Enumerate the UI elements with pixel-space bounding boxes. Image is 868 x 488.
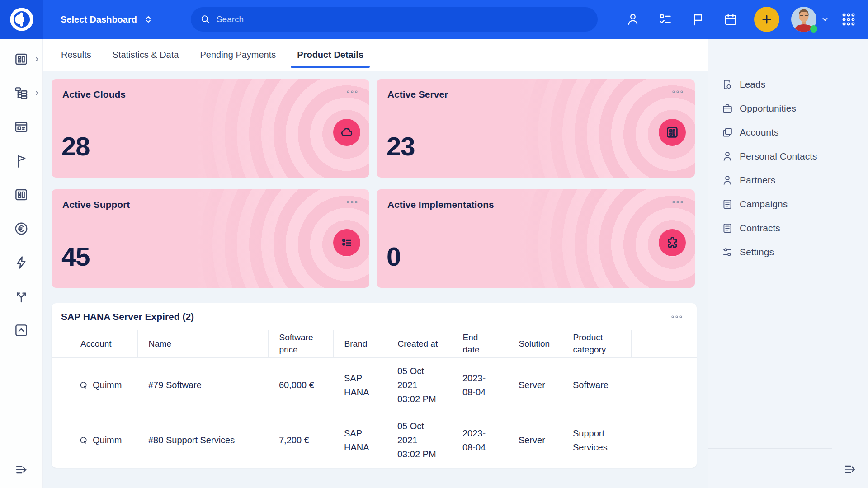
sidebar-item-accounts[interactable]: Accounts: [708, 120, 868, 144]
search-icon: [200, 14, 211, 25]
sidebar-item-archive[interactable]: [14, 323, 29, 338]
browser-icon: [14, 119, 29, 135]
panel-menu-icon[interactable]: [670, 315, 683, 319]
tab-label: Results: [61, 50, 91, 60]
sidebar-item-label: Accounts: [740, 127, 778, 138]
dashboard-icon: [14, 187, 29, 202]
column-header-end-date[interactable]: End date: [452, 330, 508, 358]
stat-card-active-implementations: Active Implementations 0: [377, 189, 695, 288]
column-header-brand[interactable]: Brand: [333, 330, 387, 358]
expired-products-panel: SAP HANA Server Expired (2) Account Name…: [52, 303, 697, 468]
sidebar-item-opportunities[interactable]: Opportunities: [708, 96, 868, 120]
search-input[interactable]: [217, 14, 589, 24]
cell-software-price: 7,200 €: [268, 413, 333, 468]
stat-card-title: Active Implementations: [387, 199, 494, 210]
profile-icon[interactable]: [626, 12, 640, 27]
chevron-down-icon[interactable]: [821, 15, 829, 23]
cell-account[interactable]: Quimm: [93, 378, 122, 392]
expand-sidebar-icon[interactable]: [14, 462, 29, 477]
sidebar-item-browser[interactable]: [14, 119, 29, 135]
add-button[interactable]: [754, 7, 779, 32]
cell-solution: Server: [508, 358, 562, 413]
lightning-icon: [14, 255, 29, 270]
dashboard-selector-label: Select Dashboard: [61, 14, 137, 25]
sidebar-item-settings[interactable]: Settings: [708, 240, 868, 264]
column-header-account[interactable]: Account: [52, 330, 137, 358]
cell-software-price: 60,000 €: [268, 358, 333, 413]
expired-products-table: Account Name Software price Brand Create…: [52, 330, 697, 468]
cell-created-at: 05 Oct 2021 03:02 PM: [387, 358, 452, 413]
cell-account[interactable]: Quimm: [93, 433, 122, 447]
stat-card-title: Active Support: [62, 199, 130, 210]
sidebar-item-campaigns[interactable]: Campaigns: [708, 192, 868, 216]
sidebar-item-label: Campaigns: [740, 199, 788, 210]
tabs-bar: Results Statistics & Data Pending Paymen…: [43, 39, 708, 71]
box-chevron-up-icon: [14, 323, 29, 338]
sidebar-item-dashboards[interactable]: [14, 52, 29, 67]
stat-card-active-server: Active Server 23: [377, 79, 695, 178]
sidebar-item-partners[interactable]: Partners: [708, 168, 868, 192]
account-avatar-icon: [79, 436, 89, 446]
cloud-icon: [333, 119, 360, 146]
sliders-icon: [722, 246, 733, 258]
expand-panel-icon[interactable]: [843, 462, 858, 477]
cell-end-date: 2023-08-04: [452, 413, 508, 468]
stat-card-value: 45: [61, 241, 90, 272]
column-header-name[interactable]: Name: [137, 330, 268, 358]
right-sidebar-divider: [708, 448, 832, 449]
sidebar-item-finance[interactable]: [14, 221, 29, 236]
right-sidebar: Leads Opportunities Accounts Personal Co…: [708, 39, 868, 488]
sidebar-item-hierarchy[interactable]: [14, 85, 29, 101]
briefcase-icon: [722, 103, 733, 114]
sidebar-item-routing[interactable]: [14, 289, 29, 304]
tree-icon: [14, 85, 29, 101]
sidebar-item-label: Settings: [740, 247, 774, 258]
dashboard-selector[interactable]: Select Dashboard: [61, 0, 152, 39]
calendar-icon[interactable]: [723, 12, 738, 27]
tasks-icon[interactable]: [658, 12, 673, 27]
cell-product-category: Support Services: [562, 413, 631, 468]
column-header-solution[interactable]: Solution: [508, 330, 562, 358]
cell-brand: SAP HANA: [333, 413, 387, 468]
card-menu-icon[interactable]: [346, 90, 359, 94]
card-menu-icon[interactable]: [671, 90, 684, 94]
sidebar-item-label: Opportunities: [740, 103, 796, 114]
support-list-icon: [333, 229, 360, 256]
cell-solution: Server: [508, 413, 562, 468]
stat-card-title: Active Clouds: [62, 89, 126, 100]
cell-product-category: Software: [562, 358, 631, 413]
column-header-software-price[interactable]: Software price: [268, 330, 333, 358]
cell-name[interactable]: #80 Support Services: [137, 413, 268, 468]
chevron-right-icon: [34, 90, 40, 96]
app-logo[interactable]: [0, 0, 43, 39]
table-row[interactable]: Quimm #79 Software 60,000 € SAP HANA 05 …: [52, 358, 697, 413]
sidebar-item-milestones[interactable]: [14, 153, 29, 169]
tab-statistics-data[interactable]: Statistics & Data: [113, 39, 179, 71]
column-header-empty: [631, 330, 697, 358]
tab-product-details[interactable]: Product Details: [297, 39, 363, 71]
sidebar-item-contracts[interactable]: Contracts: [708, 216, 868, 240]
flag-icon[interactable]: [691, 12, 705, 27]
tab-results[interactable]: Results: [61, 39, 91, 71]
cell-created-at: 05 Oct 2021 03:02 PM: [387, 413, 452, 468]
column-header-product-category[interactable]: Product category: [562, 330, 631, 358]
column-header-created-at[interactable]: Created at: [387, 330, 452, 358]
stat-cards-grid: Active Clouds 28 Active Server 23 Active…: [52, 79, 697, 288]
split-arrows-icon: [14, 289, 29, 304]
server-icon: [659, 119, 686, 146]
table-row[interactable]: Quimm #80 Support Services 7,200 € SAP H…: [52, 413, 697, 468]
sidebar-item-personal-contacts[interactable]: Personal Contacts: [708, 144, 868, 168]
user-avatar[interactable]: [791, 7, 816, 32]
apps-grid-icon[interactable]: [841, 12, 856, 27]
tab-pending-payments[interactable]: Pending Payments: [200, 39, 276, 71]
sidebar-item-automation[interactable]: [14, 255, 29, 270]
sidebar-item-reports[interactable]: [14, 187, 29, 202]
cell-name[interactable]: #79 Software: [137, 358, 268, 413]
sidebar-item-label: Leads: [740, 79, 765, 90]
card-menu-icon[interactable]: [671, 200, 684, 204]
account-avatar-icon: [79, 380, 89, 390]
sidebar-item-leads[interactable]: Leads: [708, 72, 868, 96]
topbar-actions: [617, 0, 868, 39]
search-bar[interactable]: [191, 7, 598, 32]
card-menu-icon[interactable]: [346, 200, 359, 204]
